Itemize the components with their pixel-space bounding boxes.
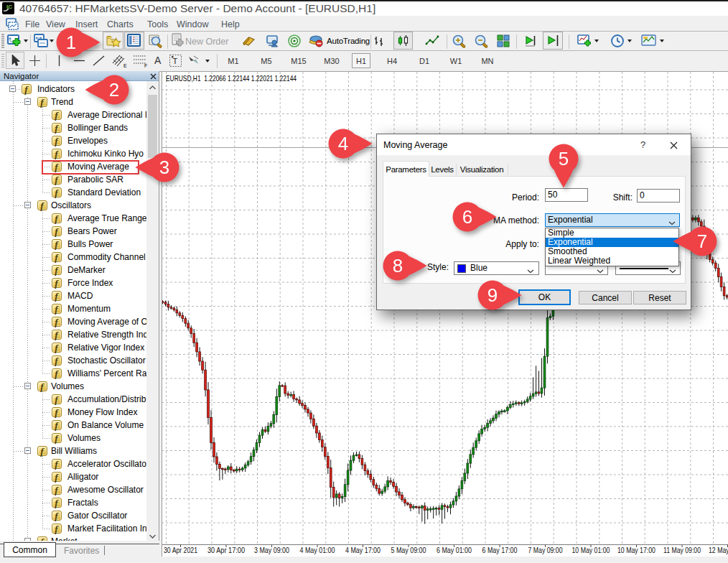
svg-text:3 May 09:00: 3 May 09:00: [254, 546, 289, 554]
svg-text:7: 7: [697, 231, 707, 252]
svg-text:EURUSD,H1 1.22066 1.22144 1.2: EURUSD,H1 1.22066 1.22144 1.22021 1.2214…: [166, 74, 297, 83]
svg-text:12 May 01:00: 12 May 01:00: [709, 546, 728, 554]
svg-text:2: 2: [109, 79, 119, 101]
svg-text:6 May 01:00: 6 May 01:00: [437, 546, 472, 554]
svg-text:3: 3: [159, 157, 169, 178]
svg-text:T: T: [173, 57, 178, 65]
svg-text:9: 9: [487, 284, 498, 306]
svg-text:4 May 01:00: 4 May 01:00: [300, 546, 335, 554]
svg-text:1: 1: [66, 32, 76, 53]
svg-text:5 May 09:00: 5 May 09:00: [391, 546, 426, 554]
svg-text:11 May 09:00: 11 May 09:00: [663, 546, 701, 554]
svg-text:30 Apr 2021: 30 Apr 2021: [164, 546, 197, 554]
svg-text:7 May 09:00: 7 May 09:00: [528, 546, 563, 554]
svg-text:30 Apr 17:00: 30 Apr 17:00: [207, 546, 245, 554]
svg-text:10 May 17:00: 10 May 17:00: [617, 546, 655, 554]
svg-text:5: 5: [559, 148, 569, 169]
svg-text:8: 8: [393, 255, 403, 276]
svg-text:4 May 17:00: 4 May 17:00: [345, 546, 381, 554]
svg-text:10 May 01:00: 10 May 01:00: [572, 546, 610, 554]
svg-text:6 May 17:00: 6 May 17:00: [482, 546, 518, 554]
svg-text:IC: IC: [6, 4, 12, 10]
svg-text:4: 4: [338, 133, 348, 154]
svg-text:6: 6: [462, 206, 472, 228]
